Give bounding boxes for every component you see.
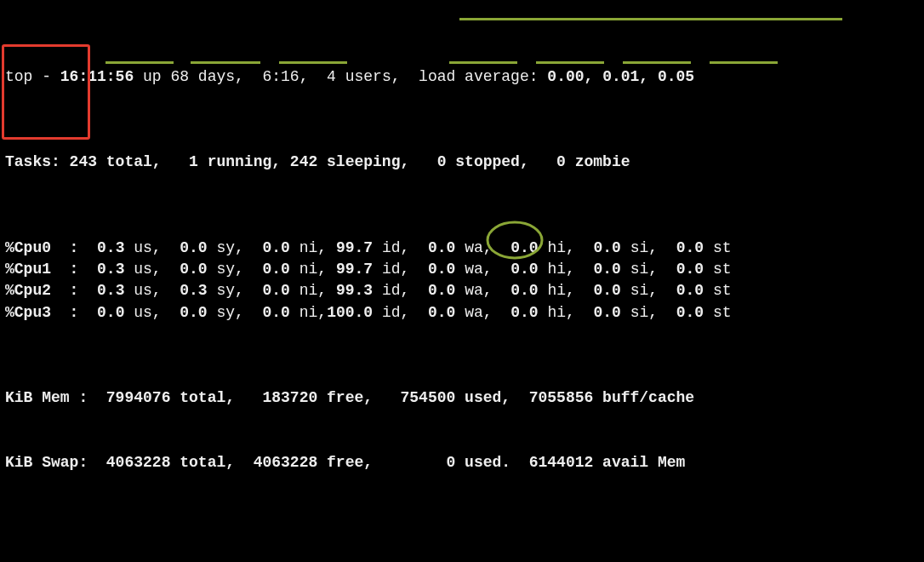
terminal-output: top - 16:11:56 up 68 days, 6:16, 4 users… bbox=[0, 0, 924, 562]
cpu-lines: %Cpu0 : 0.3 us, 0.0 sy, 0.0 ni, 99.7 id,… bbox=[5, 238, 919, 324]
tasks-line: Tasks: 243 total, 1 running, 242 sleepin… bbox=[5, 152, 919, 173]
top-summary-line: top - 16:11:56 up 68 days, 6:16, 4 users… bbox=[5, 66, 919, 88]
blank-line bbox=[5, 517, 919, 538]
cpu-row: %Cpu1 : 0.3 us, 0.0 sy, 0.0 ni, 99.7 id,… bbox=[5, 259, 919, 280]
cpu-row: %Cpu2 : 0.3 us, 0.3 sy, 0.0 ni, 99.3 id,… bbox=[5, 280, 919, 301]
cpu-row: %Cpu0 : 0.3 us, 0.0 sy, 0.0 ni, 99.7 id,… bbox=[5, 238, 919, 259]
cpu-row: %Cpu3 : 0.0 us, 0.0 sy, 0.0 ni,100.0 id,… bbox=[5, 302, 919, 324]
mem-line: KiB Mem : 7994076 total, 183720 free, 75… bbox=[5, 387, 919, 409]
swap-line: KiB Swap: 4063228 total, 4063228 free, 0… bbox=[5, 452, 919, 473]
